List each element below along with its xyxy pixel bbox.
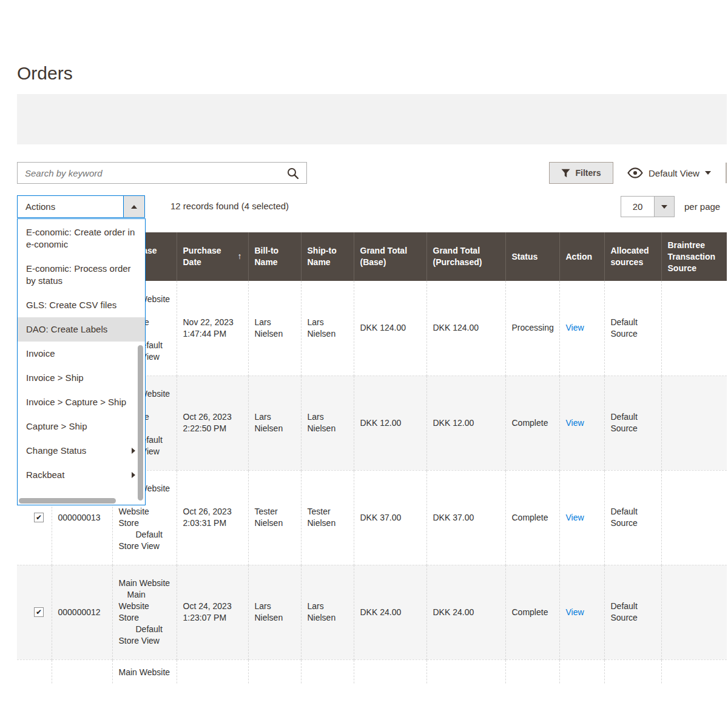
cell-ship-to: Lars Nielsen	[301, 376, 354, 470]
vertical-scrollbar[interactable]	[138, 345, 143, 500]
per-page-dropdown-arrow[interactable]	[655, 196, 675, 217]
keyword-search	[17, 162, 307, 184]
menu-item-label: Invoice	[26, 348, 55, 359]
cell-status: Complete	[505, 565, 559, 659]
menu-item-label: GLS: Create CSV files	[26, 300, 116, 310]
sort-ascending-icon: ↑	[238, 251, 242, 262]
cell-purchase-date: Oct 26, 20232:22:50 PM	[177, 376, 248, 470]
menu-item-label: DAO: Create Labels	[26, 324, 107, 334]
cell-purchase-date: Nov 22, 20231:47:44 PM	[177, 281, 248, 376]
column-header-label: Purchase Date	[183, 246, 221, 267]
cell-bill-to: Tester Nielsen	[248, 470, 301, 565]
purchase-time: 2:03:31 PM	[183, 517, 242, 529]
cell-action: View	[559, 565, 604, 659]
menu-item-capture-ship[interactable]: Capture > Ship	[18, 414, 145, 439]
view-link[interactable]: View	[566, 418, 584, 428]
view-link[interactable]: View	[566, 607, 584, 617]
cell-allocated-sources	[604, 659, 661, 684]
menu-item-invoice[interactable]: Invoice	[18, 342, 145, 366]
view-link[interactable]: View	[566, 323, 584, 332]
cell-bill-to: Lars Nielsen	[248, 376, 301, 470]
row-checkbox[interactable]: ✔	[34, 607, 44, 617]
column-header-label: Braintree Transaction Source	[668, 240, 716, 273]
submenu-arrow-icon	[132, 448, 135, 454]
cell-purchase-point: Main Website	[112, 659, 177, 684]
column-header-allocated-sources[interactable]: Allocated sources	[604, 232, 661, 281]
actions-dropdown-label: Actions	[18, 196, 123, 217]
menu-item-change-status[interactable]: Change Status	[18, 439, 145, 463]
search-icon[interactable]	[286, 167, 299, 182]
column-header-label: Ship-to Name	[308, 246, 337, 267]
row-checkbox[interactable]: ✔	[34, 513, 44, 522]
column-header-action[interactable]: Action	[559, 232, 604, 281]
menu-item-label: Invoice > Capture > Ship	[26, 397, 126, 407]
view-selector[interactable]: Default View	[627, 162, 711, 184]
column-header-label: Status	[512, 252, 538, 261]
per-page-value[interactable]: 20	[621, 196, 655, 217]
filters-button[interactable]: Filters	[549, 162, 613, 184]
cutoff-control-edge	[726, 163, 727, 183]
records-count: 12 records found (4 selected)	[170, 201, 289, 211]
column-header-status[interactable]: Status	[505, 232, 559, 281]
cell-status	[505, 659, 559, 684]
horizontal-scrollbar[interactable]	[19, 498, 116, 504]
cell-allocated-sources: Default Source	[604, 470, 661, 565]
table-row: ✔000000012Main WebsiteMain Website Store…	[17, 565, 727, 659]
menu-item-label: Change Status	[26, 445, 86, 456]
column-header-ship-to-name[interactable]: Ship-to Name	[301, 232, 354, 281]
cell-allocated-sources: Default Source	[604, 281, 661, 376]
cell-grand-total-base: DKK 12.00	[354, 376, 426, 470]
cell-braintree-transaction-source	[661, 376, 727, 470]
purchase-date: Oct 26, 2023	[183, 506, 242, 517]
menu-item-label: E-conomic: Process order by status	[26, 263, 131, 286]
cell-select	[17, 659, 52, 684]
column-header-braintree-transaction-source[interactable]: Braintree Transaction Source	[661, 232, 727, 281]
page-title: Orders	[17, 63, 73, 84]
cell-purchase-date	[177, 659, 248, 684]
cell-bill-to: Lars Nielsen	[248, 565, 301, 659]
collapsed-filter-band	[17, 94, 727, 144]
cell-grand-total-base: DKK 37.00	[354, 470, 426, 565]
column-header-label: Bill-to Name	[255, 246, 279, 267]
cell-allocated-sources: Default Source	[604, 565, 661, 659]
menu-item-e-conomic-process-order-by-status[interactable]: E-conomic: Process order by status	[18, 257, 145, 293]
menu-item-dao-create-labels[interactable]: DAO: Create Labels	[18, 317, 145, 342]
cell-order-id	[52, 659, 112, 684]
search-input[interactable]	[18, 163, 306, 183]
column-header-label: Action	[566, 252, 593, 261]
cell-braintree-transaction-source	[661, 659, 727, 684]
menu-item-e-conomic-create-order-in-e-conomic[interactable]: E-conomic: Create order in e-conomic	[18, 220, 145, 257]
column-header-grand-total-purchased[interactable]: Grand Total (Purchased)	[426, 232, 505, 281]
purchase-time: 1:23:07 PM	[183, 612, 242, 624]
actions-dropdown-arrow[interactable]	[123, 196, 144, 217]
menu-item-gls-create-csv-files[interactable]: GLS: Create CSV files	[18, 293, 145, 317]
purchase-point-line: Main Website	[119, 578, 170, 589]
purchase-point-line: Default Store View	[119, 624, 170, 647]
column-header-bill-to-name[interactable]: Bill-to Name	[248, 232, 301, 281]
actions-dropdown-menu: E-conomic: Create order in e-conomicE-co…	[17, 218, 146, 505]
menu-item-invoice-ship[interactable]: Invoice > Ship	[18, 366, 145, 390]
purchase-point-line: Main Website Store	[119, 589, 170, 624]
view-link[interactable]: View	[566, 513, 584, 522]
menu-item-invoice-capture-ship[interactable]: Invoice > Capture > Ship	[18, 390, 145, 414]
cell-bill-to	[248, 659, 301, 684]
column-header-purchase-date[interactable]: Purchase Date↑	[177, 232, 248, 281]
cell-status: Complete	[505, 470, 559, 565]
cell-purchase-point: Main WebsiteMain Website StoreDefault St…	[112, 565, 177, 659]
actions-dropdown-toggle[interactable]: Actions	[17, 195, 145, 218]
cell-select: ✔	[17, 565, 52, 659]
cell-bill-to: Lars Nielsen	[248, 281, 301, 376]
cell-ship-to	[301, 659, 354, 684]
column-header-grand-total-base[interactable]: Grand Total (Base)	[354, 232, 426, 281]
chevron-down-icon	[661, 205, 667, 209]
cell-grand-total-purchased: DKK 12.00	[426, 376, 505, 470]
menu-item-rackbeat[interactable]: Rackbeat	[18, 463, 145, 487]
purchase-date: Nov 22, 2023	[183, 317, 242, 328]
purchase-point-line: Main Website	[119, 667, 170, 678]
chevron-up-icon	[131, 205, 137, 209]
cell-grand-total-purchased: DKK 37.00	[426, 470, 505, 565]
cell-action	[559, 659, 604, 684]
purchase-date: Oct 26, 2023	[183, 411, 242, 423]
cell-grand-total-base	[354, 659, 426, 684]
menu-item-label: Capture > Ship	[26, 421, 87, 431]
